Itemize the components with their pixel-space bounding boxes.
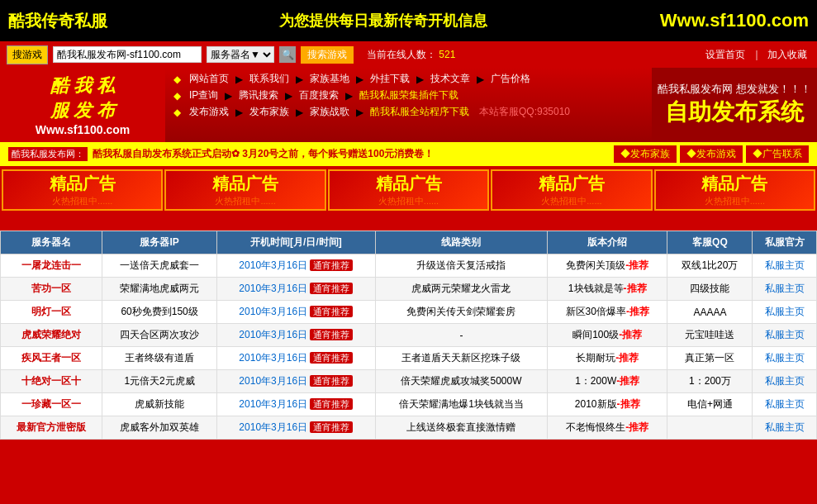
nav-contact[interactable]: 联系我们	[249, 72, 289, 86]
domain: Www.sf1100.com	[660, 10, 809, 31]
server-official[interactable]: 私服主页	[753, 278, 817, 301]
server-qq: 电信+网通	[667, 393, 753, 416]
server-line: 虎威两元荣耀龙火雷龙	[375, 278, 547, 301]
server-official[interactable]: 私服主页	[753, 347, 817, 370]
ad-box-4[interactable]: 精品广告火热招租中......	[654, 169, 815, 211]
tagline: 为您提供每日最新传奇开机信息	[279, 11, 487, 31]
server-date: 2010年3月16日 通宵推荐	[216, 347, 375, 370]
server-line: 倍天荣耀满地爆1块钱就当当	[375, 393, 547, 416]
nav-tech[interactable]: 技术文章	[430, 72, 470, 86]
nav-arrow-1: ◆	[173, 74, 181, 85]
server-official[interactable]: 私服主页	[753, 393, 817, 416]
nav-publish-clan[interactable]: 发布家族	[249, 105, 289, 119]
server-name: 虎威荣耀绝对	[1, 324, 102, 347]
table-header-row: 服务器名服务器IP开机时间[月/日/时间]线路类别版本介绍客服QQ私服官方	[1, 231, 817, 254]
nav-download[interactable]: 外挂下载	[370, 72, 410, 86]
search-bar: 搜游戏 服务器名▼ 🔍 搜索游戏 当前在线人数： 521 设置首页 ｜ 加入收藏	[0, 41, 817, 68]
nav-clan[interactable]: 家族基地	[310, 72, 349, 86]
server-ip: 60秒免费到150级	[102, 301, 217, 324]
header-links: 设置首页 ｜ 加入收藏	[702, 48, 810, 62]
nav-qqservice[interactable]: 本站客服QQ:935010	[479, 105, 570, 119]
nav-full-program[interactable]: 酷我私服全站程序下载	[370, 105, 469, 119]
server-line: 倍天荣耀虎威攻城奖5000W	[375, 370, 547, 393]
server-name: 明灯一区	[1, 301, 102, 324]
server-ip: 虎威新技能	[102, 393, 217, 416]
col-header-0: 服务器名	[1, 231, 102, 254]
nav-arrow-3: ◆	[173, 107, 181, 118]
table-row: 一珍藏一区一虎威新技能2010年3月16日 通宵推荐倍天荣耀满地爆1块钱就当当2…	[1, 393, 817, 416]
col-header-5: 客服QQ	[667, 231, 753, 254]
online-count: 521	[439, 49, 455, 60]
server-qq: AAAAA	[667, 301, 753, 324]
nav-tencent[interactable]: 腾讯搜索	[239, 88, 278, 102]
table-row: 最新官方泄密版虎威客外加双英雄2010年3月16日 通宵推荐上线送终极套直接激情…	[1, 416, 817, 440]
search-icon[interactable]: 🔍	[279, 46, 296, 63]
self-publish-title: 酷我私服发布网 想发就发！！！	[658, 82, 811, 97]
server-date: 2010年3月16日 通宵推荐	[216, 254, 375, 278]
server-select[interactable]: 服务器名▼	[207, 46, 274, 63]
server-date: 2010年3月16日 通宵推荐	[216, 278, 375, 301]
table-row: 一屠龙连击一一送倍天虎威套一2010年3月16日 通宵推荐升级送倍天复活戒指免费…	[1, 254, 817, 278]
publish-clan-button[interactable]: ◆发布家族	[614, 145, 677, 163]
logo-area: 酷 我 私服 发 布 Www.sf1100.com	[0, 68, 165, 142]
ad-box-2[interactable]: 精品广告火热招租中......	[328, 169, 489, 211]
publish-game-button[interactable]: ◆发布游戏	[680, 145, 743, 163]
server-line: -	[375, 324, 547, 347]
server-official[interactable]: 私服主页	[753, 370, 817, 393]
site-name: 酷我传奇私服	[8, 10, 107, 32]
table-row: 虎威荣耀绝对四天合区两次攻沙2010年3月16日 通宵推荐-瞬间100级-推荐元…	[1, 324, 817, 347]
server-name: 疾风王者一区	[1, 347, 102, 370]
server-version: 免费闲关顶级-推荐	[548, 254, 667, 278]
server-ip: 虎威客外加双英雄	[102, 416, 217, 440]
main-content: 服务器名服务器IP开机时间[月/日/时间]线路类别版本介绍客服QQ私服官方 一屠…	[0, 231, 817, 440]
ad-box-0[interactable]: 精品广告火热招租中......	[2, 169, 163, 211]
col-header-6: 私服官方	[753, 231, 817, 254]
nav-adprice[interactable]: 广告价格	[491, 72, 530, 86]
search-games-button[interactable]: 搜游戏	[7, 45, 48, 64]
server-qq: 四级技能	[667, 278, 753, 301]
notice-label: 酷我私服发布网：	[8, 147, 88, 161]
server-ip: 四天合区两次攻沙	[102, 324, 217, 347]
ad-box-1[interactable]: 精品广告火热招租中......	[164, 169, 325, 211]
nav-area: ◆ 网站首页▶ 联系我们▶ 家族基地▶ 外挂下载▶ 技术文章▶ 广告价格 ◆ I…	[165, 68, 652, 142]
self-publish-area: 酷我私服发布网 想发就发！！！ 自助发布系统	[652, 68, 817, 142]
nav-home[interactable]: 网站首页	[189, 72, 229, 86]
server-version: 长期耐玩-推荐	[548, 347, 667, 370]
nav-row-2: ◆ IP查询▶ 腾讯搜索▶ 百度搜索▶ 酷我私服荣集插件下载	[173, 88, 644, 102]
server-official[interactable]: 私服主页	[753, 416, 817, 440]
nav-baidu[interactable]: 百度搜索	[299, 88, 339, 102]
nav-ip[interactable]: IP查询	[189, 88, 218, 102]
server-official[interactable]: 私服主页	[753, 301, 817, 324]
server-name: 十绝对一区十	[1, 370, 102, 393]
nav-arrow-2: ◆	[173, 90, 181, 102]
server-ip: 荣耀满地虎威两元	[102, 278, 217, 301]
set-home-link[interactable]: 设置首页	[705, 49, 745, 60]
col-header-3: 线路类别	[375, 231, 547, 254]
server-name: 最新官方泄密版	[1, 416, 102, 440]
search-game-button[interactable]: 搜索游戏	[301, 46, 354, 64]
ad-box-3[interactable]: 精品广告火热招租中......	[491, 169, 652, 211]
nav-clan-song[interactable]: 家族战歌	[310, 105, 349, 119]
col-header-2: 开机时间[月/日/时间]	[216, 231, 375, 254]
server-official[interactable]: 私服主页	[753, 324, 817, 347]
table-row: 明灯一区60秒免费到150级2010年3月16日 通宵推荐免费闲关传天剑荣耀套房…	[1, 301, 817, 324]
server-ip: 王者终级有道盾	[102, 347, 217, 370]
server-qq: 双线1比20万	[667, 254, 753, 278]
server-line: 上线送终极套直接激情赠	[375, 416, 547, 440]
server-date: 2010年3月16日 通宵推荐	[216, 416, 375, 440]
nav-plugin[interactable]: 酷我私服荣集插件下载	[359, 88, 458, 102]
search-input[interactable]	[53, 46, 202, 63]
gap-area	[0, 214, 817, 231]
online-info: 当前在线人数： 521	[367, 48, 455, 62]
top-banner: 酷我传奇私服 为您提供每日最新传奇开机信息 Www.sf1100.com	[0, 0, 817, 41]
logo-nav-area: 酷 我 私服 发 布 Www.sf1100.com ◆ 网站首页▶ 联系我们▶ …	[0, 68, 817, 142]
table-row: 苦功一区荣耀满地虎威两元2010年3月16日 通宵推荐虎威两元荣耀龙火雷龙1块钱…	[1, 278, 817, 301]
add-fav-link[interactable]: 加入收藏	[767, 49, 807, 60]
server-qq	[667, 416, 753, 440]
server-version: 不老悔恨终生-推荐	[548, 416, 667, 440]
ad-contact-button[interactable]: ◆广告联系	[746, 145, 809, 163]
server-official[interactable]: 私服主页	[753, 254, 817, 278]
nav-publish-game[interactable]: 发布游戏	[189, 105, 229, 119]
server-qq: 1：200万	[667, 370, 753, 393]
logo-text: 酷 我 私服 发 布	[50, 74, 115, 123]
